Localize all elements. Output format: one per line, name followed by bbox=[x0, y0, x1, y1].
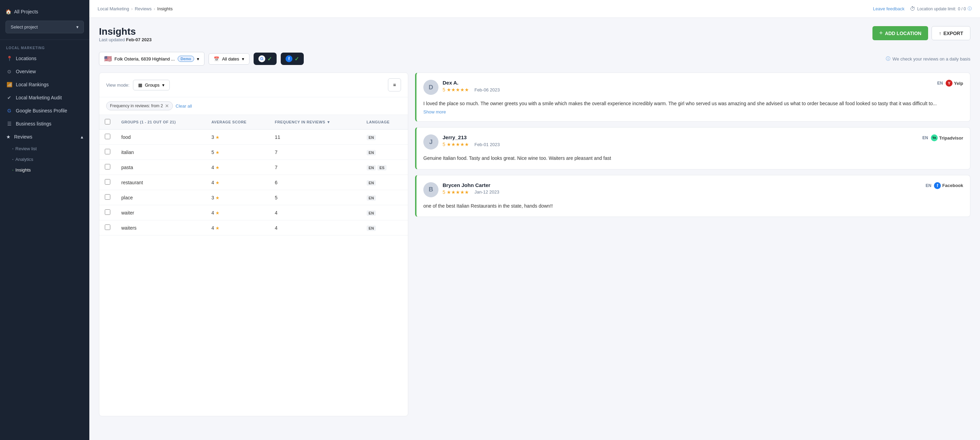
review-text: I loved the place so much. The owner gre… bbox=[423, 100, 963, 107]
overview-icon: ⊙ bbox=[6, 69, 13, 74]
project-select-text: Select project bbox=[11, 24, 38, 30]
info-icon: ⓘ bbox=[967, 6, 972, 12]
filters-bar: 🇺🇸 Folk Osteria, 6839 Highland ... Demo … bbox=[99, 52, 970, 65]
export-label: EXPORT bbox=[943, 30, 963, 36]
row-checkbox-cell bbox=[99, 145, 116, 160]
review-meta: Brycen John Carter 5 ★★★★★ Jan-12 2023 bbox=[439, 182, 926, 195]
breadcrumb-sep-1: › bbox=[131, 6, 133, 11]
leave-feedback-link[interactable]: Leave feedback bbox=[873, 6, 904, 11]
sidebar-item-overview[interactable]: ⊙ Overview bbox=[0, 65, 89, 78]
filter-tag-label: Frequency in reviews: from 2 bbox=[110, 104, 163, 108]
reviewer-name: Dex A. bbox=[442, 80, 937, 86]
all-projects-link[interactable]: 🏠 All Projects bbox=[5, 6, 84, 17]
google-icon: G bbox=[258, 55, 265, 62]
active-filters-bar: Frequency in reviews: from 2 ✕ Clear all bbox=[99, 97, 408, 115]
avg-score-cell: 4 ★ bbox=[206, 160, 269, 175]
chevron-down-icon: ▾ bbox=[197, 56, 199, 62]
sidebar-item-review-list[interactable]: Review list bbox=[13, 143, 89, 154]
export-button[interactable]: ↑ EXPORT bbox=[932, 26, 970, 40]
sidebar-item-label: Google Business Profile bbox=[16, 108, 67, 113]
lang-tag: EN bbox=[367, 195, 376, 201]
show-more-link[interactable]: Show more bbox=[423, 109, 446, 115]
group-col-header: GROUPS (1 - 21 OUT OF 21) bbox=[116, 115, 206, 129]
daily-info: ⓘ We check your reviews on a daily basis bbox=[886, 56, 970, 62]
row-checkbox[interactable] bbox=[105, 225, 110, 230]
row-checkbox[interactable] bbox=[105, 164, 110, 169]
lang-tag: EN bbox=[367, 180, 376, 186]
table-row: waiter 4 ★ 4 EN bbox=[99, 205, 408, 220]
right-panel: D Dex A. 5 ★★★★★ Feb-06 2023 EN Y Yelp I… bbox=[415, 73, 970, 416]
project-select[interactable]: Select project ▾ bbox=[5, 21, 84, 33]
reviews-label: Reviews bbox=[14, 134, 32, 140]
clear-all-button[interactable]: Clear all bbox=[176, 104, 192, 108]
add-location-button[interactable]: + ADD LOCATION bbox=[872, 26, 929, 40]
google-filter[interactable]: G ✓ bbox=[254, 53, 277, 65]
listings-icon: ☰ bbox=[6, 121, 13, 126]
sidebar-item-google-business-profile[interactable]: G Google Business Profile bbox=[0, 104, 89, 117]
row-checkbox[interactable] bbox=[105, 194, 110, 200]
review-meta: Jerry_213 5 ★★★★★ Feb-01 2023 bbox=[439, 134, 922, 147]
freq-cell: 6 bbox=[269, 175, 361, 190]
chevron-down-icon: ▾ bbox=[76, 24, 79, 30]
review-card: B Brycen John Carter 5 ★★★★★ Jan-12 2023… bbox=[415, 175, 970, 217]
two-col-layout: View mode: ▦ Groups ▾ ≡ Frequency in rev… bbox=[99, 73, 970, 416]
review-stars: 5 ★★★★★ bbox=[442, 87, 469, 92]
gbp-icon: G bbox=[6, 108, 13, 113]
select-all-checkbox[interactable] bbox=[105, 119, 110, 124]
chevron-up-icon: ▴ bbox=[81, 134, 83, 140]
avg-score-cell: 4 ★ bbox=[206, 205, 269, 220]
remove-filter-icon[interactable]: ✕ bbox=[165, 103, 169, 108]
location-limit-text: Location update limit: bbox=[917, 6, 956, 11]
sidebar-item-local-marketing-audit[interactable]: ✔ Local Marketing Audit bbox=[0, 91, 89, 104]
row-checkbox[interactable] bbox=[105, 149, 110, 155]
header-actions: + ADD LOCATION ↑ EXPORT bbox=[872, 26, 970, 40]
star-icon: ★ bbox=[215, 225, 220, 231]
us-flag-icon: 🇺🇸 bbox=[104, 55, 112, 62]
row-checkbox-cell bbox=[99, 175, 116, 190]
tripadvisor-icon: TA bbox=[931, 134, 938, 141]
breadcrumb: Local Marketing › Reviews › Insights bbox=[98, 6, 172, 11]
group-cell: italian bbox=[116, 145, 206, 160]
avg-score-cell: 3 ★ bbox=[206, 129, 269, 145]
review-date: Jan-12 2023 bbox=[474, 190, 499, 194]
table-filter-button[interactable]: ≡ bbox=[388, 78, 401, 91]
sidebar-item-business-listings[interactable]: ☰ Business listings bbox=[0, 117, 89, 130]
breadcrumb-local-marketing[interactable]: Local Marketing bbox=[98, 6, 129, 11]
review-source-wrap: EN f Facebook bbox=[926, 182, 963, 189]
page-title: Insights bbox=[99, 26, 151, 37]
review-card-header: J Jerry_213 5 ★★★★★ Feb-01 2023 EN TA Tr… bbox=[423, 134, 963, 150]
sidebar-item-analytics[interactable]: Analytics bbox=[13, 154, 89, 165]
review-text: one of the best Italian Restaurants in t… bbox=[423, 202, 963, 210]
avg-score-cell: 5 ★ bbox=[206, 145, 269, 160]
review-source-wrap: EN Y Yelp bbox=[937, 80, 963, 87]
insights-label: Insights bbox=[16, 167, 31, 172]
sort-icon: ▼ bbox=[327, 120, 331, 124]
google-check-icon: ✓ bbox=[267, 56, 272, 62]
row-checkbox[interactable] bbox=[105, 179, 110, 185]
row-checkbox[interactable] bbox=[105, 209, 110, 215]
group-cell: pasta bbox=[116, 160, 206, 175]
source-badge: Y Yelp bbox=[946, 80, 963, 87]
location-filter[interactable]: 🇺🇸 Folk Osteria, 6839 Highland ... Demo … bbox=[99, 52, 204, 65]
freq-col-header[interactable]: FREQUENCY IN REVIEWS ▼ bbox=[269, 115, 361, 129]
review-date: Feb-06 2023 bbox=[474, 87, 500, 92]
sidebar-item-insights[interactable]: Insights bbox=[13, 165, 89, 175]
lang-tag: ES bbox=[377, 165, 387, 171]
date-filter[interactable]: 📅 All dates ▾ bbox=[208, 53, 250, 65]
sidebar-item-local-rankings[interactable]: 📶 Local Rankings bbox=[0, 78, 89, 91]
sidebar-item-locations[interactable]: 📍 Locations bbox=[0, 52, 89, 65]
review-lang: EN bbox=[937, 81, 943, 86]
review-rating-date: 5 ★★★★★ Feb-01 2023 bbox=[442, 142, 922, 147]
breadcrumb-reviews[interactable]: Reviews bbox=[135, 6, 151, 11]
review-card-header: B Brycen John Carter 5 ★★★★★ Jan-12 2023… bbox=[423, 182, 963, 197]
source-badge: TA Tripadvisor bbox=[931, 134, 963, 141]
sidebar-item-label: Overview bbox=[16, 69, 36, 74]
info-circle-icon: ⓘ bbox=[886, 56, 890, 62]
freq-cell: 4 bbox=[269, 220, 361, 236]
frequency-filter-tag[interactable]: Frequency in reviews: from 2 ✕ bbox=[106, 101, 173, 110]
facebook-filter[interactable]: f ✓ bbox=[281, 53, 304, 65]
row-checkbox[interactable] bbox=[105, 134, 110, 139]
view-mode-select[interactable]: ▦ Groups ▾ bbox=[133, 80, 170, 91]
sidebar-item-reviews[interactable]: ★ Reviews ▴ bbox=[0, 130, 89, 143]
review-source-wrap: EN TA Tripadvisor bbox=[922, 134, 963, 141]
